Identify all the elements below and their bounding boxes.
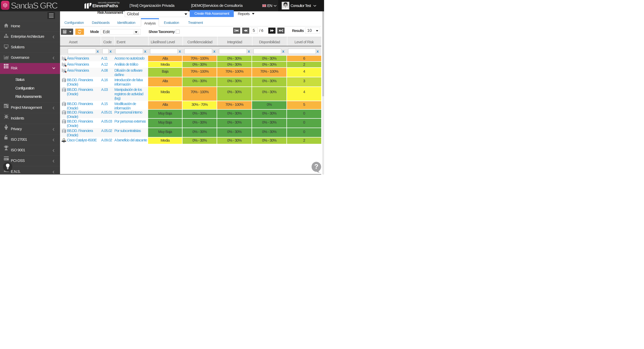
svg-text:?: ? [314, 163, 318, 170]
